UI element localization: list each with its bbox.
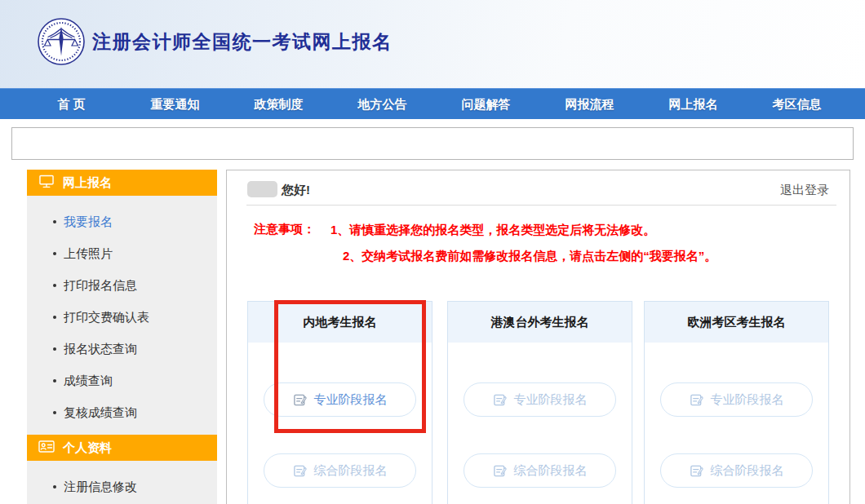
card-欧洲考区考生报名: 欧洲考区考生报名专业阶段报名综合阶段报名: [644, 301, 829, 504]
card-港澳台外考生报名: 港澳台外考生报名专业阶段报名综合阶段报名: [447, 301, 632, 504]
sidebar-item-复核成绩查询[interactable]: 复核成绩查询: [27, 396, 217, 428]
sidebar: 网上报名我要报名上传照片打印报名信息打印交费确认表报名状态查询成绩查询复核成绩查…: [27, 170, 217, 504]
button-label: 综合阶段报名: [514, 463, 588, 479]
edit-doc-icon: [493, 393, 507, 407]
edit-doc-icon: [293, 464, 307, 478]
button-内地考生报名-综合阶段报名[interactable]: 综合阶段报名: [264, 453, 416, 488]
sidebar-section-title: 个人资料: [63, 440, 112, 456]
nav-item-考区信息[interactable]: 考区信息: [745, 89, 849, 119]
button-label: 专业阶段报名: [314, 392, 388, 408]
button-label: 综合阶段报名: [314, 463, 388, 479]
button-label: 专业阶段报名: [711, 392, 784, 408]
redacted-username: [247, 181, 277, 197]
logout-link[interactable]: 退出登录: [780, 183, 829, 198]
edit-doc-icon: [493, 464, 507, 478]
card-内地考生报名: 内地考生报名专业阶段报名综合阶段报名: [247, 301, 432, 504]
sidebar-list: 注册信息修改: [27, 461, 217, 504]
monitor-icon: [38, 175, 55, 191]
card-title: 港澳台外考生报名: [448, 302, 632, 343]
id-card-icon: [38, 440, 55, 456]
sidebar-section-header: 网上报名: [27, 170, 217, 196]
notice-item: 2、交纳考试报名费前如需修改报名信息，请点击左侧的“我要报名”。: [343, 248, 716, 263]
page-header: 注册会计师全国统一考试网上报名: [0, 0, 865, 88]
nav-item-问题解答[interactable]: 问题解答: [434, 89, 538, 119]
button-港澳台外考生报名-专业阶段报名[interactable]: 专业阶段报名: [464, 382, 616, 417]
sidebar-list: 我要报名上传照片打印报名信息打印交费确认表报名状态查询成绩查询复核成绩查询: [27, 196, 217, 435]
card-title: 欧洲考区考生报名: [645, 302, 828, 343]
sidebar-item-报名状态查询[interactable]: 报名状态查询: [27, 333, 217, 365]
button-label: 综合阶段报名: [711, 463, 784, 479]
edit-doc-icon: [293, 393, 307, 407]
greeting-text: 您好!: [282, 183, 310, 198]
button-内地考生报名-专业阶段报名[interactable]: 专业阶段报名: [264, 382, 416, 417]
sidebar-item-上传照片[interactable]: 上传照片: [27, 237, 217, 269]
cicpa-emblem-icon: [37, 17, 86, 66]
main-panel: 您好! 退出登录 注意事项： 1、请慎重选择您的报名类型，报名类型选定后将无法修…: [226, 170, 850, 504]
button-港澳台外考生报名-综合阶段报名[interactable]: 综合阶段报名: [464, 453, 616, 488]
main-nav: 首 页重要通知政策制度地方公告问题解答网报流程网上报名考区信息: [0, 88, 865, 119]
sidebar-item-打印报名信息[interactable]: 打印报名信息: [27, 269, 217, 301]
sidebar-item-注册信息修改[interactable]: 注册信息修改: [27, 471, 217, 502]
button-欧洲考区考生报名-综合阶段报名[interactable]: 综合阶段报名: [660, 453, 813, 488]
sidebar-item-成绩查询[interactable]: 成绩查询: [27, 365, 217, 396]
nav-item-网上报名[interactable]: 网上报名: [641, 89, 745, 119]
notice-list: 1、请慎重选择您的报名类型，报名类型选定后将无法修改。2、交纳考试报名费前如需修…: [330, 222, 716, 274]
divider: [246, 205, 836, 206]
nav-item-首页[interactable]: 首 页: [20, 89, 123, 119]
button-欧洲考区考生报名-专业阶段报名[interactable]: 专业阶段报名: [660, 382, 813, 417]
nav-item-地方公告[interactable]: 地方公告: [330, 89, 434, 119]
nav-item-网报流程[interactable]: 网报流程: [538, 89, 641, 119]
edit-doc-icon: [690, 393, 703, 407]
button-label: 专业阶段报名: [514, 392, 588, 408]
page-title: 注册会计师全国统一考试网上报名: [92, 29, 393, 55]
sidebar-item-打印交费确认表[interactable]: 打印交费确认表: [27, 301, 217, 333]
announcement-bar: [11, 127, 854, 160]
notice-label: 注意事项：: [254, 222, 315, 237]
sidebar-section-title: 网上报名: [63, 175, 112, 191]
nav-item-政策制度[interactable]: 政策制度: [227, 89, 330, 119]
sidebar-section-header: 个人资料: [27, 435, 217, 461]
edit-doc-icon: [690, 464, 703, 478]
notice-item: 1、请慎重选择您的报名类型，报名类型选定后将无法修改。: [330, 222, 716, 237]
sidebar-item-我要报名[interactable]: 我要报名: [27, 206, 217, 237]
nav-item-重要通知[interactable]: 重要通知: [123, 89, 227, 119]
card-title: 内地考生报名: [248, 302, 432, 343]
